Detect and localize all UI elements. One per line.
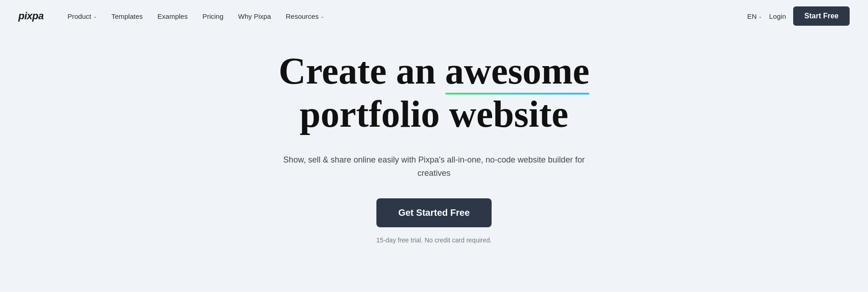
- navbar: pixpa Product ⌄ Templates Examples Prici…: [0, 0, 868, 32]
- nav-item-resources[interactable]: Resources ⌄: [280, 10, 330, 23]
- chevron-down-icon: ⌄: [93, 14, 97, 19]
- hero-title: Create an awesome portfolio website: [279, 51, 589, 135]
- nav-item-examples[interactable]: Examples: [152, 10, 193, 23]
- hero-title-highlight: awesome: [445, 51, 589, 92]
- nav-item-templates[interactable]: Templates: [106, 10, 148, 23]
- nav-item-why-pixpa[interactable]: Why Pixpa: [233, 10, 277, 23]
- start-free-button[interactable]: Start Free: [793, 6, 850, 26]
- hero-section: Create an awesome portfolio website Show…: [0, 32, 868, 271]
- language-selector[interactable]: EN ⌄: [747, 12, 762, 20]
- trial-text: 15-day free trial. No credit card requir…: [376, 236, 492, 244]
- logo[interactable]: pixpa: [18, 10, 44, 22]
- nav-item-product[interactable]: Product ⌄: [62, 10, 102, 23]
- nav-links: Product ⌄ Templates Examples Pricing Why…: [62, 10, 747, 23]
- get-started-free-button[interactable]: Get Started Free: [376, 198, 492, 227]
- chevron-down-icon: ⌄: [320, 14, 324, 19]
- nav-item-pricing[interactable]: Pricing: [197, 10, 229, 23]
- nav-right: EN ⌄ Login Start Free: [747, 6, 850, 26]
- hero-subtitle: Show, sell & share online easily with Pi…: [278, 153, 590, 180]
- chevron-down-icon: ⌄: [758, 14, 762, 19]
- login-link[interactable]: Login: [769, 12, 786, 20]
